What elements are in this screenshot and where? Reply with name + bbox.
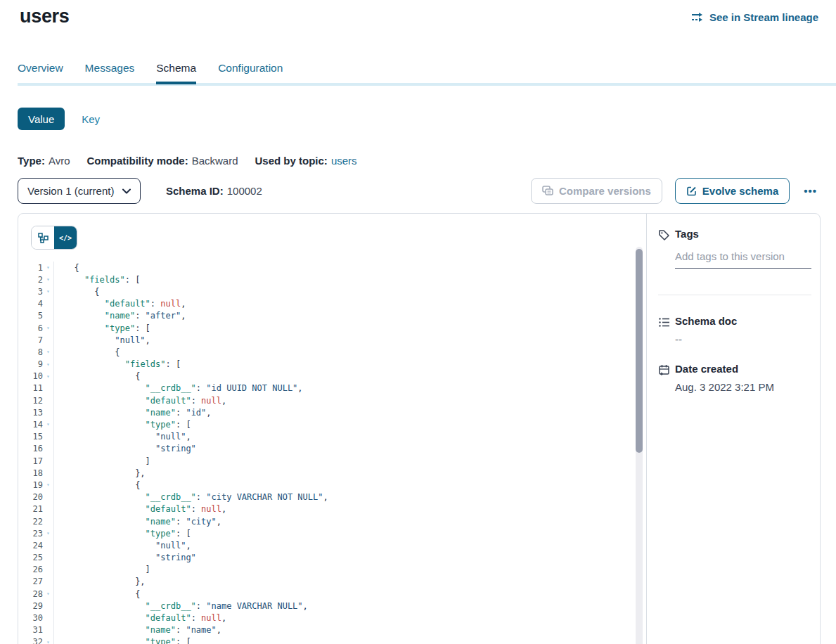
tags-heading: Tags [675,228,699,240]
code-text: "__crdb__": "city VARCHAR NOT NULL", [53,492,328,502]
edit-schema-icon [686,186,697,196]
line-number: 3 [18,287,43,297]
collapse-caret-icon[interactable]: ▾ [43,636,53,644]
evolve-schema-button[interactable]: Evolve schema [675,178,790,204]
code-text: { [53,589,140,599]
date-created-value: Aug. 3 2022 3:21 PM [675,381,774,393]
chevron-down-icon [122,188,131,194]
code-line: 15 "null", [18,431,646,443]
value-toggle-button[interactable]: Value [18,108,65,130]
code-line: 21 "default": null, [18,503,646,515]
code-text: }, [53,577,146,586]
date-created-heading: Date created [675,363,738,375]
tab-schema[interactable]: Schema [156,62,196,84]
code-text: "type": [ [53,637,191,644]
line-number: 19 [18,480,43,490]
more-actions-menu-icon[interactable]: ••• [802,182,818,200]
key-toggle-button[interactable]: Key [73,113,108,125]
collapse-caret-icon[interactable]: ▾ [43,527,53,539]
line-number: 14 [18,420,43,430]
compare-versions-button[interactable]: Compare versions [531,178,662,204]
code-text: "name": "name", [53,625,221,635]
line-number: 21 [18,504,43,514]
schema-id-label: Schema ID: [166,185,224,197]
code-line: 13 "name": "id", [18,406,646,418]
version-select-value: Version 1 (current) [27,185,114,197]
line-number: 17 [18,456,43,466]
line-number: 29 [18,601,43,611]
type-value: Avro [49,155,70,167]
version-select[interactable]: Version 1 (current) [18,178,141,204]
line-number: 9 [18,359,43,369]
code-view-icon: </> [59,234,72,242]
stream-lineage-label: See in Stream lineage [709,11,818,23]
collapse-caret-icon[interactable]: ▾ [43,273,53,285]
code-line: 20 "__crdb__": "city VARCHAR NOT NULL", [18,491,646,503]
line-number: 30 [18,613,43,623]
line-number: 12 [18,396,43,406]
code-text: "name": "city", [53,517,221,527]
schema-page: users See in Stream lineage Overview Mes… [0,0,836,644]
line-number: 25 [18,553,43,562]
tab-bar: Overview Messages Schema Configuration [18,62,836,86]
code-text: "string" [53,553,196,562]
compare-versions-label: Compare versions [559,185,651,197]
line-number: 2 [18,275,43,285]
line-number: 18 [18,468,43,478]
code-editor: 1▾ {2▾ "fields": [3▾ {4 "default": null,… [18,262,646,644]
line-number: 23 [18,529,43,539]
code-text: "__crdb__": "id UUID NOT NULL", [53,383,303,393]
compare-versions-icon [542,186,553,196]
line-number: 24 [18,541,43,550]
compatibility-value: Backward [192,155,238,167]
code-text: "name": "id", [53,408,212,418]
code-line: 27 }, [18,576,646,588]
tab-overview[interactable]: Overview [18,62,63,84]
code-line: 2▾ "fields": [ [18,273,646,285]
tree-view-button[interactable] [32,226,54,249]
code-text: ] [53,565,150,574]
code-line: 8▾ { [18,346,646,358]
collapse-caret-icon[interactable]: ▾ [43,371,53,382]
collapse-caret-icon[interactable]: ▾ [43,346,53,358]
code-line: 28▾ { [18,588,646,600]
sidebar-divider [658,295,811,295]
collapse-caret-icon[interactable]: ▾ [43,262,53,273]
editor-scrollbar-thumb[interactable] [636,249,643,453]
code-view-button[interactable]: </> [54,226,77,249]
see-in-stream-lineage-link[interactable]: See in Stream lineage [691,11,818,23]
collapse-caret-icon[interactable]: ▾ [43,285,53,297]
code-text: ] [53,456,150,466]
code-text: "default": null, [53,396,226,406]
collapse-caret-icon[interactable]: ▾ [43,479,53,491]
code-text: "null", [53,432,191,442]
schema-code-panel: </> 1▾ {2▾ "fields": [3▾ {4 "default": n… [18,214,647,644]
code-line: 1▾ { [18,262,646,273]
tags-input[interactable] [675,247,811,269]
collapse-caret-icon[interactable]: ▾ [43,322,53,334]
line-number: 16 [18,444,43,453]
active-tab-underline [156,82,196,84]
code-line: 6▾ "type": [ [18,322,646,334]
collapse-caret-icon[interactable]: ▾ [43,359,53,371]
tree-view-icon [38,233,49,243]
line-number: 8 [18,347,43,357]
collapse-caret-icon[interactable]: ▾ [43,418,53,430]
topic-link[interactable]: users [331,155,357,167]
schema-card: </> 1▾ {2▾ "fields": [3▾ {4 "default": n… [18,213,821,644]
code-line: 9▾ "fields": [ [18,359,646,371]
code-text: "name": "after", [53,311,186,321]
code-line: 19▾ { [18,479,646,491]
tab-configuration[interactable]: Configuration [218,62,283,84]
code-text: { [53,371,140,381]
line-number: 22 [18,517,43,527]
type-label: Type: [18,155,45,167]
line-number: 26 [18,565,43,574]
tab-messages[interactable]: Messages [85,62,135,84]
line-number: 7 [18,335,43,345]
schema-meta-row: Type:Avro Compatibility mode:Backward Us… [18,155,357,167]
code-text: "type": [ [53,323,150,333]
code-line: 16 "string" [18,443,646,455]
code-line: 26 ] [18,564,646,576]
collapse-caret-icon[interactable]: ▾ [43,588,53,600]
